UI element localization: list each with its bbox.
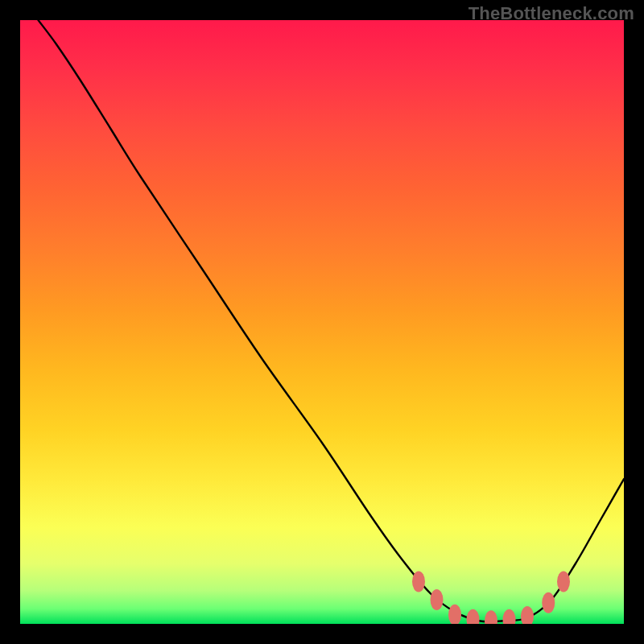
watermark-text: TheBottleneck.com — [469, 3, 634, 24]
gradient-background — [20, 20, 624, 624]
marker-dot — [467, 609, 480, 630]
marker-dot — [431, 589, 444, 610]
marker-dot — [521, 606, 534, 627]
marker-dot — [557, 572, 570, 592]
chart-svg — [0, 0, 644, 644]
marker-dot — [448, 605, 461, 625]
marker-dot — [412, 572, 425, 592]
marker-dot — [485, 610, 497, 631]
marker-dot — [503, 609, 516, 630]
marker-dot — [542, 592, 555, 613]
chart-container: TheBottleneck.com — [0, 0, 644, 644]
